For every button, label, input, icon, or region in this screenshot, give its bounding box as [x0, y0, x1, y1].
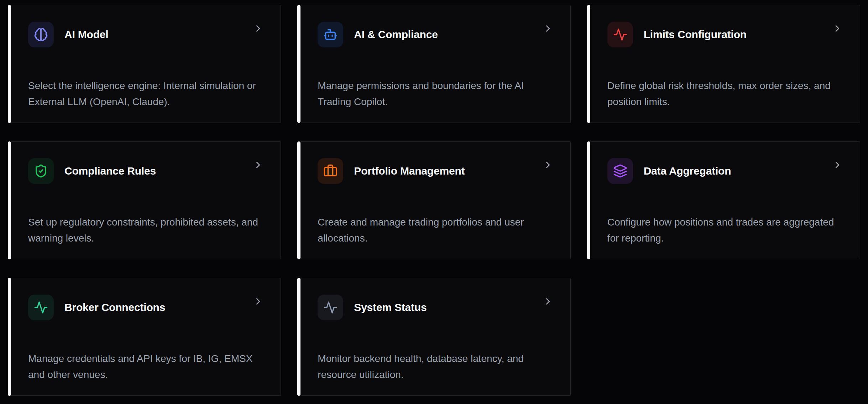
card-header: Broker Connections — [28, 295, 263, 320]
card-body: Portfolio Management Create and manage t… — [300, 141, 570, 259]
card-title: AI & Compliance — [354, 29, 438, 41]
shield-check-icon — [28, 158, 54, 184]
card-body: Compliance Rules Set up regulatory const… — [11, 141, 281, 259]
card-description: Set up regulatory constraints, prohibite… — [28, 214, 260, 246]
card-title: Data Aggregation — [644, 165, 731, 177]
card-description: Monitor backend health, database latency… — [318, 351, 549, 383]
card-description: Select the intelligence engine: Internal… — [28, 78, 260, 110]
card-header: Portfolio Management — [318, 158, 553, 184]
chevron-right-icon — [543, 23, 553, 35]
card-accent-bar — [297, 278, 300, 396]
card-body: Broker Connections Manage credentials an… — [11, 278, 281, 396]
chevron-right-icon — [253, 23, 263, 35]
settings-card-ai-compliance[interactable]: AI & Compliance Manage permissions and b… — [297, 5, 570, 123]
card-accent-bar — [297, 5, 300, 123]
bot-icon — [318, 22, 343, 47]
card-header: AI & Compliance — [318, 22, 553, 47]
chevron-right-icon — [832, 160, 843, 172]
card-description: Define global risk thresholds, max order… — [607, 78, 839, 110]
card-header: Data Aggregation — [607, 158, 843, 184]
card-body: AI Model Select the intelligence engine:… — [11, 5, 281, 123]
layers-icon — [607, 158, 633, 184]
briefcase-icon — [318, 158, 343, 184]
card-accent-bar — [587, 5, 590, 123]
card-description: Manage credentials and API keys for IB, … — [28, 351, 260, 383]
settings-card-system-status[interactable]: System Status Monitor backend health, da… — [297, 278, 570, 396]
card-accent-bar — [297, 141, 300, 259]
settings-card-portfolio-management[interactable]: Portfolio Management Create and manage t… — [297, 141, 570, 259]
card-header: Limits Configuration — [607, 22, 843, 47]
chevron-right-icon — [543, 160, 553, 172]
card-accent-bar — [587, 141, 590, 259]
card-description: Create and manage trading portfolios and… — [318, 214, 549, 246]
card-accent-bar — [8, 5, 11, 123]
card-header: Compliance Rules — [28, 158, 263, 184]
card-title: Portfolio Management — [354, 165, 465, 177]
card-accent-bar — [8, 141, 11, 259]
chevron-right-icon — [832, 23, 843, 35]
card-accent-bar — [8, 278, 11, 396]
card-body: Data Aggregation Configure how positions… — [590, 141, 860, 259]
settings-card-compliance-rules[interactable]: Compliance Rules Set up regulatory const… — [8, 141, 281, 259]
chevron-right-icon — [543, 296, 553, 308]
settings-card-ai-model[interactable]: AI Model Select the intelligence engine:… — [8, 5, 281, 123]
brain-icon — [28, 22, 54, 47]
card-body: AI & Compliance Manage permissions and b… — [300, 5, 570, 123]
chevron-right-icon — [253, 296, 263, 308]
card-title: System Status — [354, 301, 427, 314]
chevron-right-icon — [253, 160, 263, 172]
card-title: Limits Configuration — [644, 29, 747, 41]
settings-card-limits-configuration[interactable]: Limits Configuration Define global risk … — [587, 5, 860, 123]
card-header: AI Model — [28, 22, 263, 47]
card-description: Configure how positions and trades are a… — [607, 214, 839, 246]
card-title: Broker Connections — [64, 301, 165, 314]
activity-icon — [607, 22, 633, 47]
card-body: Limits Configuration Define global risk … — [590, 5, 860, 123]
card-title: AI Model — [64, 29, 108, 41]
card-title: Compliance Rules — [64, 165, 156, 177]
card-body: System Status Monitor backend health, da… — [300, 278, 570, 396]
settings-card-grid: AI Model Select the intelligence engine:… — [0, 0, 868, 401]
activity-icon — [318, 295, 343, 320]
settings-card-broker-connections[interactable]: Broker Connections Manage credentials an… — [8, 278, 281, 396]
settings-card-data-aggregation[interactable]: Data Aggregation Configure how positions… — [587, 141, 860, 259]
card-header: System Status — [318, 295, 553, 320]
activity-icon — [28, 295, 54, 320]
card-description: Manage permissions and boundaries for th… — [318, 78, 549, 110]
